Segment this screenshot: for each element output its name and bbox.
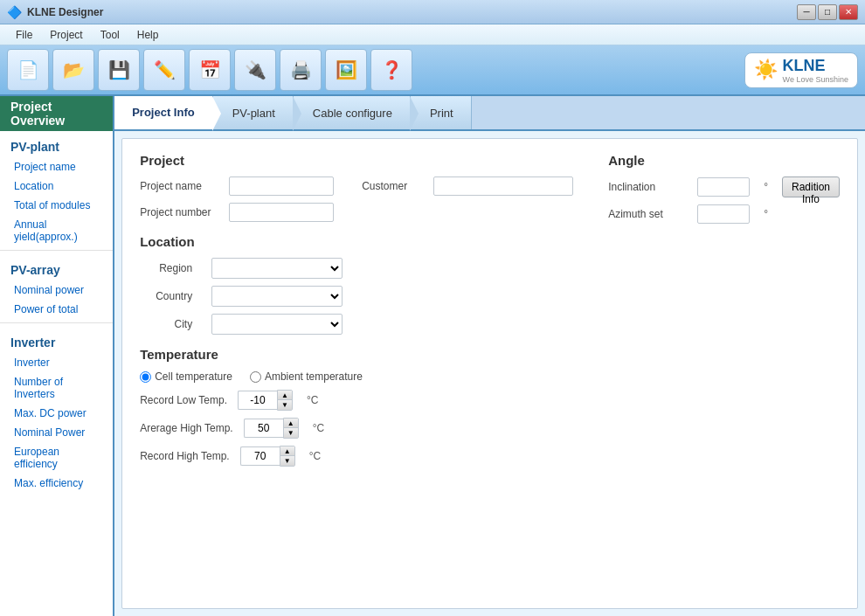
- sidebar-section-inverter: Inverter: [0, 327, 113, 353]
- avg-high-up[interactable]: ▲: [284, 419, 298, 428]
- sidebar-item-inverter[interactable]: Inverter: [0, 353, 113, 372]
- logo-text: KLNE We Love Sunshine: [783, 57, 848, 84]
- inclination-row: Inclination ° Radition Info: [608, 176, 840, 197]
- calendar-button[interactable]: 📅: [189, 49, 231, 91]
- app-icon: 🔷: [7, 5, 22, 19]
- sidebar-item-location[interactable]: Location: [0, 176, 113, 196]
- record-low-row: Record Low Temp. ▲ ▼ °C: [140, 390, 573, 411]
- sidebar-item-european-eff[interactable]: European efficiency: [0, 442, 113, 474]
- main-area: Project Overview PV-plant Project name L…: [0, 96, 865, 616]
- sidebar-item-annual-yield[interactable]: Annual yield(approx.): [0, 215, 113, 246]
- sidebar-item-nominal-power-inv[interactable]: Nominal Power: [0, 423, 113, 442]
- record-high-down[interactable]: ▼: [280, 456, 294, 466]
- region-select[interactable]: [211, 258, 343, 279]
- toolbar-buttons: 📄 📂 💾 ✏️ 📅 🔌 🖨️ 🖼️ ❓: [7, 49, 412, 91]
- record-low-down[interactable]: ▼: [278, 400, 292, 410]
- city-label: City: [140, 318, 201, 330]
- record-low-label: Record Low Temp.: [140, 394, 227, 406]
- location-section: Location Region Country: [140, 234, 573, 335]
- record-high-spinner: ▲ ▼: [240, 446, 295, 467]
- avg-high-down[interactable]: ▼: [284, 428, 298, 438]
- record-high-label: Record High Temp.: [140, 450, 230, 462]
- menu-file[interactable]: File: [7, 27, 41, 43]
- sidebar-item-num-inverters[interactable]: Number of Inverters: [0, 372, 113, 404]
- ambient-temp-label: Ambient temperature: [265, 370, 363, 383]
- menu-project[interactable]: Project: [41, 27, 91, 43]
- inclination-input[interactable]: [697, 177, 750, 197]
- edit-icon: ✏️: [154, 59, 176, 80]
- customer-input[interactable]: [433, 176, 573, 196]
- tab-project-info[interactable]: Project Info: [114, 96, 213, 129]
- radition-info-button[interactable]: Radition Info: [782, 176, 840, 197]
- record-low-input[interactable]: [238, 391, 277, 410]
- avg-high-row: Arerage High Temp. ▲ ▼ °C: [140, 418, 573, 439]
- image-icon: 🖼️: [336, 59, 357, 80]
- cell-temp-radio[interactable]: [140, 371, 151, 383]
- left-column: Project Project name Customer Project nu…: [140, 153, 573, 479]
- country-row: Country: [140, 286, 573, 307]
- edit-button[interactable]: ✏️: [143, 49, 185, 91]
- avg-high-spinner: ▲ ▼: [244, 418, 299, 439]
- print-button[interactable]: 🖨️: [280, 49, 322, 91]
- save-icon: 💾: [108, 59, 130, 80]
- help-button[interactable]: ❓: [370, 49, 412, 91]
- inclination-label: Inclination: [608, 181, 687, 193]
- sidebar-item-nominal-power[interactable]: Nominal power: [0, 280, 113, 300]
- sidebar-item-total-modules[interactable]: Total of modules: [0, 196, 113, 215]
- city-select-wrapper: [211, 314, 343, 335]
- ambient-temp-radio[interactable]: [250, 371, 261, 383]
- tab-print[interactable]: Print: [411, 96, 472, 129]
- record-high-input[interactable]: [240, 446, 280, 466]
- right-column: Angle Inclination ° Radition Info Azimut…: [608, 153, 840, 479]
- menu-help[interactable]: Help: [128, 27, 168, 43]
- record-low-up[interactable]: ▲: [278, 391, 292, 400]
- usb-button[interactable]: 🔌: [234, 49, 276, 91]
- cell-temp-radio-label[interactable]: Cell temperature: [140, 370, 232, 383]
- tab-arrow-2: [293, 96, 301, 131]
- tab-print-label: Print: [430, 107, 453, 120]
- country-select[interactable]: [211, 286, 343, 307]
- city-select[interactable]: [211, 314, 343, 335]
- content-area: Project Info PV-plant Cable configure Pr…: [114, 96, 865, 616]
- tab-pv-plant[interactable]: PV-plant: [213, 96, 294, 129]
- open-button[interactable]: 📂: [52, 49, 94, 91]
- klne-logo: ☀️ KLNE We Love Sunshine: [744, 52, 858, 88]
- minimize-button[interactable]: ─: [797, 4, 816, 20]
- sidebar-item-max-eff[interactable]: Max. efficiency: [0, 474, 113, 493]
- sun-icon: ☀️: [754, 59, 778, 81]
- record-high-up[interactable]: ▲: [280, 446, 294, 456]
- toolbar: 📄 📂 💾 ✏️ 📅 🔌 🖨️ 🖼️ ❓ ☀️ KLNE We L: [0, 45, 865, 96]
- record-high-unit: °C: [309, 450, 321, 462]
- city-row: City: [140, 314, 573, 335]
- sidebar-item-max-dc-power[interactable]: Max. DC power: [0, 404, 113, 423]
- menu-tool[interactable]: Tool: [92, 27, 128, 43]
- avg-high-input[interactable]: [244, 419, 283, 438]
- ambient-temp-radio-label[interactable]: Ambient temperature: [250, 370, 363, 383]
- country-select-wrapper: [211, 286, 343, 307]
- print-icon: 🖨️: [290, 59, 312, 80]
- project-number-row: Project number: [140, 203, 573, 222]
- region-select-wrapper: [211, 258, 343, 279]
- project-number-label: Project number: [140, 206, 218, 218]
- image-button[interactable]: 🖼️: [325, 49, 367, 91]
- sidebar-item-project-name[interactable]: Project name: [0, 157, 113, 176]
- divider-1: [0, 250, 113, 251]
- new-button[interactable]: 📄: [7, 49, 49, 91]
- app-title: KLNE Designer: [27, 6, 103, 18]
- avg-high-spinner-btns: ▲ ▼: [283, 418, 299, 439]
- maximize-button[interactable]: □: [818, 4, 837, 20]
- location-section-title: Location: [140, 234, 573, 249]
- logo-name: KLNE: [783, 57, 848, 75]
- close-button[interactable]: ✕: [839, 4, 858, 20]
- calendar-icon: 📅: [199, 59, 221, 80]
- azimuth-input[interactable]: [697, 204, 750, 224]
- title-bar-left: 🔷 KLNE Designer: [7, 5, 103, 19]
- sidebar-header: Project Overview: [0, 96, 113, 131]
- tab-cable-configure[interactable]: Cable configure: [294, 96, 411, 129]
- sidebar-item-power-total[interactable]: Power of total: [0, 300, 113, 319]
- project-name-input[interactable]: [229, 176, 334, 196]
- temperature-section-title: Temperature: [140, 347, 573, 362]
- save-button[interactable]: 💾: [98, 49, 140, 91]
- project-name-label: Project name: [140, 180, 218, 192]
- project-number-input[interactable]: [229, 203, 334, 222]
